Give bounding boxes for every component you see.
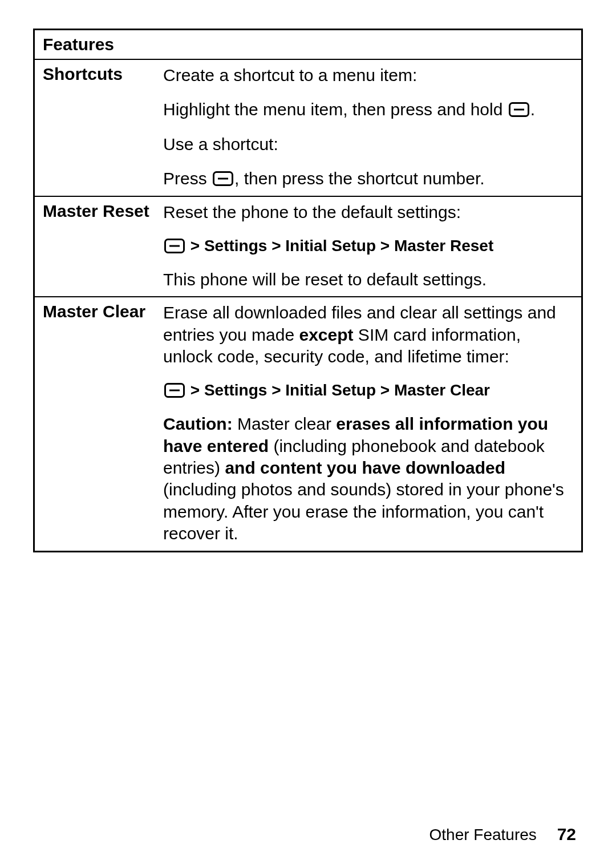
row-content-shortcuts: Create a shortcut to a menu item: Highli… bbox=[163, 60, 581, 196]
menu-icon bbox=[509, 102, 529, 117]
row-label-master-reset: Master Reset bbox=[35, 197, 163, 297]
nav-sep: > bbox=[271, 237, 285, 255]
nav-item: Initial Setup bbox=[285, 237, 376, 255]
nav-item: Settings bbox=[204, 381, 267, 399]
paragraph: Use a shortcut: bbox=[163, 134, 573, 155]
text-fragment: Press bbox=[163, 169, 212, 188]
text-fragment: Master clear bbox=[233, 414, 337, 433]
nav-path: > Settings > Initial Setup > Master Clea… bbox=[163, 380, 573, 401]
menu-icon bbox=[213, 171, 233, 186]
menu-icon bbox=[164, 239, 185, 253]
paragraph: Press , then press the shortcut number. bbox=[163, 168, 573, 189]
footer-section: Other Features bbox=[429, 826, 537, 843]
table-header: Features bbox=[35, 30, 581, 59]
nav-item: Master Clear bbox=[394, 381, 490, 399]
nav-item: Settings bbox=[204, 237, 267, 255]
row-content-master-clear: Erase all downloaded files and clear all… bbox=[163, 297, 581, 550]
text-fragment: (including photos and sounds) stored in … bbox=[163, 480, 564, 543]
nav-sep: > bbox=[380, 237, 394, 255]
nav-sep: > bbox=[271, 381, 285, 399]
nav-path: > Settings > Initial Setup > Master Rese… bbox=[163, 236, 573, 256]
nav-sep: > bbox=[191, 237, 204, 255]
table-row: Master Reset Reset the phone to the defa… bbox=[35, 197, 581, 298]
features-table: Features Shortcuts Create a shortcut to … bbox=[33, 29, 583, 552]
table-row: Master Clear Erase all downloaded files … bbox=[35, 297, 581, 550]
caution-paragraph: Caution: Master clear erases all informa… bbox=[163, 413, 573, 544]
page-footer: Other Features 72 bbox=[429, 825, 576, 844]
nav-item: Initial Setup bbox=[285, 381, 376, 399]
paragraph: This phone will be reset to default sett… bbox=[163, 269, 573, 290]
nav-item: Master Reset bbox=[394, 237, 493, 255]
row-content-master-reset: Reset the phone to the default settings:… bbox=[163, 197, 581, 297]
nav-sep: > bbox=[380, 381, 394, 399]
text-fragment: , then press the shortcut number. bbox=[234, 169, 485, 188]
text-bold: except bbox=[299, 325, 353, 344]
row-label-shortcuts: Shortcuts bbox=[35, 60, 163, 196]
footer-page-number: 72 bbox=[557, 825, 576, 843]
menu-icon bbox=[164, 383, 185, 398]
paragraph: Reset the phone to the default settings: bbox=[163, 201, 573, 223]
text-bold: Caution: bbox=[163, 414, 233, 433]
paragraph: Highlight the menu item, then press and … bbox=[163, 99, 573, 120]
text-bold: and content you have downloaded bbox=[225, 458, 505, 477]
text-fragment: Highlight the menu item, then press and … bbox=[163, 100, 508, 119]
paragraph: Erase all downloaded files and clear all… bbox=[163, 302, 573, 368]
table-row: Shortcuts Create a shortcut to a menu it… bbox=[35, 60, 581, 197]
nav-sep: > bbox=[191, 381, 204, 399]
text-fragment: . bbox=[530, 100, 535, 119]
paragraph: Create a shortcut to a menu item: bbox=[163, 64, 573, 86]
row-label-master-clear: Master Clear bbox=[35, 297, 163, 550]
table-header-row: Features bbox=[35, 30, 581, 60]
